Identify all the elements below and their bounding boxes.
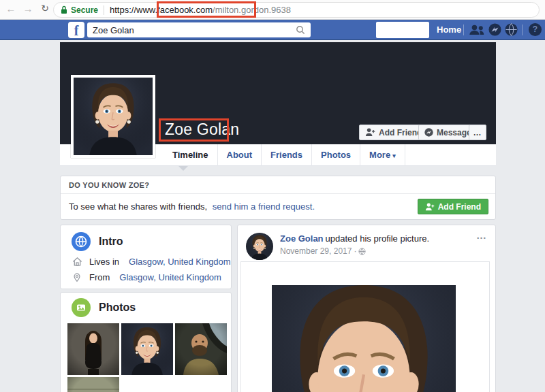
- omnibox-divider: [104, 5, 104, 15]
- url-host: https://www.facebook.com: [110, 5, 213, 15]
- search-input[interactable]: [87, 22, 311, 37]
- post-card: Zoe Golanupdated his profile picture. No…: [237, 225, 496, 392]
- home-link[interactable]: Home: [437, 20, 461, 40]
- from-link[interactable]: Glasgow, United Kingdom: [119, 272, 221, 282]
- photo-tile[interactable]: [175, 323, 227, 375]
- browser-window: ← → ↻ Secure https://www.facebook.com /m…: [0, 0, 545, 392]
- lives-in-row: Lives inGlasgow, United Kingdom: [61, 257, 231, 267]
- post-menu-button[interactable]: …: [476, 229, 487, 241]
- post-photo[interactable]: [272, 285, 456, 392]
- profile-name: Zoe Golan: [165, 120, 239, 139]
- person-add-icon: [365, 128, 375, 137]
- chevron-down-icon: ▾: [392, 152, 396, 159]
- notifications-globe-icon[interactable]: [505, 23, 518, 39]
- tab-more-label: More: [369, 150, 390, 160]
- navbar-divider: [463, 24, 464, 35]
- home-icon: [72, 257, 82, 267]
- post-author-link[interactable]: Zoe Golan: [280, 233, 324, 244]
- post-date-text: November 29, 2017: [280, 246, 352, 256]
- url-path: /milton.gordon.9638: [213, 5, 291, 15]
- intro-title: Intro: [99, 235, 123, 248]
- navbar-divider-2: [522, 24, 523, 35]
- person-add-icon-white: [425, 203, 435, 211]
- post-action-text: updated his profile picture.: [326, 233, 429, 244]
- photos-card: Photos: [60, 292, 232, 392]
- public-globe-icon: [358, 248, 366, 255]
- post-photo-frame: [240, 261, 490, 392]
- browser-toolbar: ← → ↻ Secure https://www.facebook.com /m…: [0, 0, 545, 20]
- message-label: Message: [437, 128, 471, 137]
- back-icon[interactable]: ←: [4, 3, 18, 14]
- lives-in-text: Lives in: [89, 257, 119, 267]
- banner-header: DO YOU KNOW ZOE?: [61, 176, 495, 194]
- secure-label: Secure: [71, 5, 98, 15]
- photo-tile[interactable]: [121, 323, 173, 375]
- intro-globe-icon: [72, 232, 91, 251]
- banner-add-friend-label: Add Friend: [438, 202, 481, 212]
- dot-separator: ·: [354, 246, 356, 256]
- intro-card: Intro Lives inGlasgow, United Kingdom Fr…: [60, 225, 232, 289]
- lives-in-link[interactable]: Glasgow, United Kingdom: [129, 257, 231, 267]
- do-you-know-banner: DO YOU KNOW ZOE? To see what he shares w…: [60, 176, 496, 220]
- facebook-navbar: f Home ?: [0, 20, 545, 40]
- photos-icon: [72, 298, 91, 317]
- tab-about[interactable]: About: [218, 144, 262, 166]
- messenger-icon[interactable]: [488, 23, 501, 39]
- help-icon[interactable]: ?: [529, 23, 542, 36]
- tab-timeline[interactable]: Timeline: [164, 144, 218, 166]
- messenger-bolt-icon: [424, 128, 433, 137]
- address-bar[interactable]: Secure https://www.facebook.com /milton.…: [53, 2, 540, 18]
- ellipsis-icon: …: [473, 128, 482, 137]
- tab-friends[interactable]: Friends: [262, 144, 312, 166]
- cover-more-button[interactable]: …: [469, 125, 486, 140]
- banner-add-friend-button[interactable]: Add Friend: [418, 199, 488, 214]
- facebook-logo[interactable]: f: [68, 22, 84, 38]
- reload-icon[interactable]: ↻: [38, 3, 52, 14]
- friend-requests-icon[interactable]: [469, 24, 485, 38]
- from-text: From: [89, 272, 110, 282]
- photo-tile[interactable]: [67, 323, 119, 375]
- lock-icon: [61, 5, 67, 14]
- banner-text: To see what he shares with friends,: [69, 201, 207, 212]
- active-tab-notch: [178, 166, 188, 171]
- add-friend-label: Add Friend: [379, 128, 422, 137]
- blanked-profile-name[interactable]: [376, 22, 429, 38]
- location-pin-icon: [72, 272, 82, 282]
- tab-more[interactable]: More▾: [360, 144, 405, 166]
- post-timestamp[interactable]: November 29, 2017 ·: [280, 246, 366, 256]
- friend-request-link[interactable]: send him a friend request.: [213, 201, 315, 212]
- profile-picture[interactable]: [71, 75, 155, 158]
- photos-title: Photos: [99, 301, 136, 314]
- search-icon[interactable]: [296, 25, 305, 37]
- photo-grid: [67, 323, 227, 392]
- photo-tile[interactable]: [67, 377, 119, 392]
- tab-photos[interactable]: Photos: [312, 144, 360, 166]
- post-avatar[interactable]: [246, 233, 273, 260]
- forward-icon[interactable]: →: [21, 3, 35, 14]
- from-row: FromGlasgow, United Kingdom: [61, 272, 231, 282]
